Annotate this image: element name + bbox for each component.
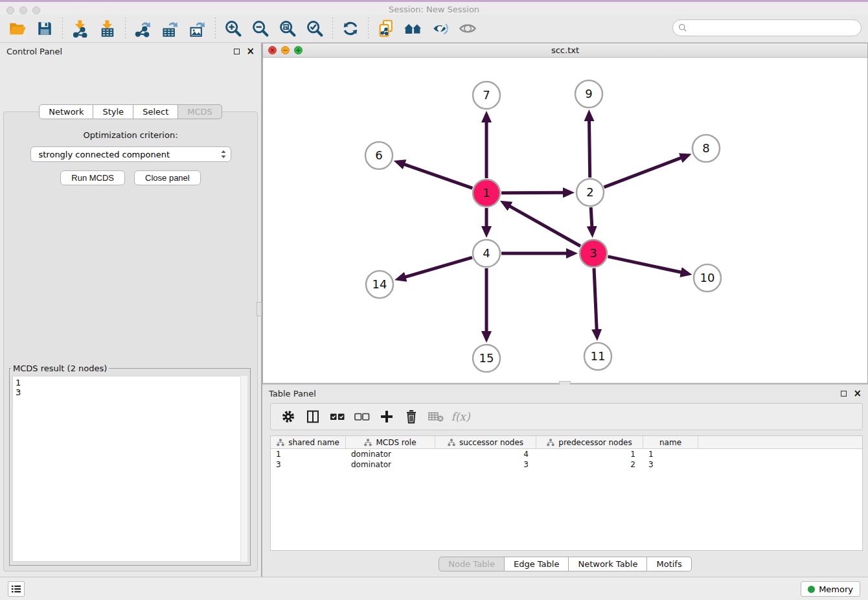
network-view-window: × − + scc.txt 7968124314101511: [262, 43, 868, 384]
tab-style[interactable]: Style: [93, 104, 133, 119]
tab-network[interactable]: Network: [39, 104, 93, 119]
node-label: 15: [479, 351, 494, 365]
export-image-icon[interactable]: [186, 17, 209, 40]
node-label: 10: [700, 271, 715, 284]
edge-1-6[interactable]: [404, 164, 473, 188]
graph-node-8[interactable]: 8: [692, 135, 720, 162]
cell-mcds-role[interactable]: dominator: [346, 459, 435, 470]
result-scrollbar[interactable]: [240, 376, 247, 562]
network-window-title: scc.txt: [263, 45, 867, 55]
graph-node-2[interactable]: 2: [577, 179, 604, 206]
column-header-predecessor-nodes[interactable]: predecessor nodes: [536, 436, 643, 448]
deselect-all-icon[interactable]: [351, 407, 373, 426]
task-history-button[interactable]: [8, 581, 25, 597]
table-tabs: Node Table Edge Table Network Table Moti…: [262, 557, 868, 571]
tab-motifs[interactable]: Motifs: [647, 557, 691, 571]
zoom-selected-icon[interactable]: [303, 17, 326, 40]
column-header-successor-nodes[interactable]: successor nodes: [435, 436, 536, 448]
tab-edge-table[interactable]: Edge Table: [505, 557, 569, 571]
cell-name[interactable]: 1: [643, 449, 698, 459]
graph-node-10[interactable]: 10: [694, 264, 721, 292]
table-panel: Table Panel × f(x) sha: [262, 385, 868, 577]
run-mcds-button[interactable]: Run MCDS: [60, 170, 125, 185]
criterion-select[interactable]: strongly connected component: [30, 146, 231, 162]
column-header-name[interactable]: name: [643, 436, 698, 448]
show-column-panel-icon[interactable]: [302, 407, 324, 426]
tab-node-table[interactable]: Node Table: [439, 557, 505, 571]
cell-shared-name[interactable]: 1: [271, 449, 346, 459]
refresh-view-icon[interactable]: [339, 17, 362, 40]
cell-predecessor-nodes[interactable]: 2: [536, 459, 643, 470]
edge-1-2[interactable]: [501, 192, 564, 193]
network-window-titlebar[interactable]: × − + scc.txt: [263, 43, 867, 58]
control-panel-title: Control Panel: [6, 47, 62, 56]
edge-2-8[interactable]: [604, 157, 682, 187]
float-panel-icon[interactable]: [234, 49, 240, 54]
titlebar: Session: New Session: [0, 0, 868, 14]
search-icon: [678, 23, 687, 32]
mcds-result-text[interactable]: 1 3: [12, 376, 247, 562]
graph-node-3[interactable]: 3: [580, 240, 607, 267]
function-builder-icon[interactable]: f(x): [450, 407, 472, 426]
delete-column-icon[interactable]: [400, 407, 422, 426]
export-table-icon[interactable]: [159, 17, 182, 40]
zoom-fit-icon[interactable]: [276, 17, 299, 40]
cell-predecessor-nodes[interactable]: 1: [536, 449, 643, 459]
close-table-panel-icon[interactable]: ×: [853, 389, 862, 398]
edge-3-1[interactable]: [509, 206, 580, 246]
add-column-icon[interactable]: [376, 407, 398, 426]
import-table-icon[interactable]: [96, 17, 119, 40]
delete-table-icon[interactable]: [425, 407, 447, 426]
cell-name[interactable]: 3: [643, 459, 698, 470]
graph-node-7[interactable]: 7: [473, 82, 500, 109]
close-panel-icon[interactable]: ×: [246, 47, 255, 56]
column-header-mcds-role[interactable]: MCDS role: [346, 436, 435, 448]
tab-network-table[interactable]: Network Table: [569, 557, 647, 571]
node-label: 14: [372, 277, 387, 291]
vertical-splitter-grip[interactable]: [257, 302, 262, 316]
import-network-icon[interactable]: [69, 17, 92, 40]
graph-node-15[interactable]: 15: [473, 345, 500, 372]
network-graph[interactable]: 7968124314101511: [263, 58, 867, 383]
zoom-in-icon[interactable]: [222, 17, 245, 40]
search-input[interactable]: [691, 21, 861, 34]
show-all-networks-icon[interactable]: [402, 17, 425, 40]
node-label: 8: [702, 141, 709, 155]
cell-successor-nodes[interactable]: 4: [435, 449, 536, 459]
cell-successor-nodes[interactable]: 3: [435, 459, 536, 470]
select-stepper-icon: [220, 149, 227, 159]
float-table-panel-icon[interactable]: [841, 391, 847, 397]
graph-node-6[interactable]: 6: [365, 142, 393, 169]
table-row[interactable]: 3 dominator 3 2 3: [271, 459, 862, 470]
graph-node-14[interactable]: 14: [366, 271, 393, 298]
tab-mcds[interactable]: MCDS: [178, 104, 222, 119]
column-header-shared-name[interactable]: shared name: [271, 436, 346, 448]
cell-shared-name[interactable]: 3: [271, 459, 346, 470]
column-type-icon: [547, 439, 554, 446]
save-session-icon[interactable]: [33, 17, 56, 40]
zoom-out-icon[interactable]: [249, 17, 272, 40]
table-settings-icon[interactable]: [277, 407, 299, 426]
optimization-criterion-label: Optimization criterion:: [4, 130, 257, 140]
duplicate-network-icon[interactable]: [374, 17, 398, 40]
show-graphics-details-icon[interactable]: [456, 17, 479, 40]
open-session-icon[interactable]: [6, 17, 29, 40]
table-row[interactable]: 1 dominator 4 1 1: [271, 449, 862, 459]
select-all-icon[interactable]: [326, 407, 348, 426]
hide-graphics-details-icon[interactable]: [429, 17, 452, 40]
edge-2-9[interactable]: [589, 120, 590, 178]
status-bar: Memory: [0, 577, 868, 600]
close-panel-button[interactable]: Close panel: [134, 170, 201, 185]
graph-node-4[interactable]: 4: [473, 240, 500, 267]
memory-button[interactable]: Memory: [801, 581, 860, 597]
tab-select[interactable]: Select: [133, 104, 178, 119]
export-network-icon[interactable]: [131, 17, 155, 40]
cell-mcds-role[interactable]: dominator: [346, 449, 435, 459]
graph-node-9[interactable]: 9: [575, 80, 602, 108]
graph-node-1[interactable]: 1: [473, 179, 500, 207]
edge-3-11[interactable]: [594, 268, 597, 330]
edge-3-10[interactable]: [608, 257, 681, 273]
edge-2-3[interactable]: [591, 207, 592, 227]
graph-node-11[interactable]: 11: [584, 343, 611, 370]
edge-4-14[interactable]: [404, 257, 472, 277]
